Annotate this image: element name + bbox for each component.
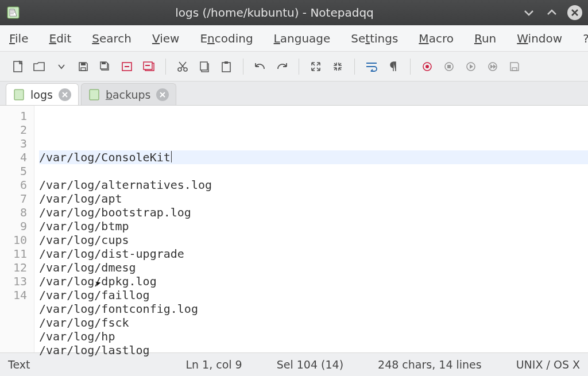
save-button[interactable] [74, 57, 93, 76]
editor[interactable]: 1234567891011121314 ➤ /var/log/ConsoleKi… [0, 106, 588, 352]
svg-rect-23 [14, 90, 24, 100]
new-file-button[interactable] [8, 57, 28, 76]
code-line[interactable]: /var/log/btmp [39, 219, 129, 233]
svg-rect-14 [222, 63, 230, 72]
toolbar-separator [410, 59, 411, 75]
open-dropdown-button[interactable] [52, 57, 71, 76]
svg-point-17 [425, 65, 429, 68]
app-icon [6, 5, 21, 20]
maximize-button[interactable] [544, 5, 559, 20]
code-line[interactable]: /var/log/ConsoleKit [39, 150, 588, 164]
close-tab-button[interactable] [117, 57, 137, 76]
window-title: logs (/home/kubuntu) - Notepadqq [28, 6, 521, 20]
toolbar-separator [243, 59, 243, 75]
toolbar-separator [299, 59, 299, 75]
code-line[interactable]: /var/log/dist-upgrade [39, 247, 184, 261]
record-macro-button[interactable] [417, 57, 437, 76]
tab-label: backups [106, 88, 151, 101]
paste-button[interactable] [216, 57, 236, 76]
svg-rect-15 [225, 61, 228, 64]
code-line[interactable]: /var/log/faillog [39, 288, 150, 302]
status-mode: Text [8, 358, 30, 371]
code-line[interactable]: /var/log/hp [39, 330, 115, 343]
tab-close-button[interactable] [59, 88, 71, 101]
play-macro-multi-button[interactable] [483, 57, 502, 76]
play-macro-button[interactable] [461, 57, 481, 76]
code-line[interactable]: /var/log/apt [39, 192, 122, 206]
save-macro-button[interactable] [505, 57, 524, 76]
code-line[interactable]: /var/log/lastlog [39, 343, 150, 357]
tab-close-button[interactable] [156, 88, 169, 101]
save-all-button[interactable] [95, 57, 115, 76]
svg-rect-3 [81, 63, 86, 65]
open-file-button[interactable] [30, 57, 49, 76]
titlebar: logs (/home/kubuntu) - Notepadqq [0, 0, 588, 25]
word-wrap-button[interactable] [362, 57, 381, 76]
code-line[interactable]: /var/log/fsck [39, 316, 129, 330]
toolbar-separator [165, 59, 166, 75]
menu-search[interactable]: Search [88, 29, 135, 48]
minimize-button[interactable] [521, 5, 536, 20]
zoom-in-button[interactable] [306, 57, 326, 76]
menubar: File Edit Search View Encoding Language … [0, 25, 588, 52]
close-button[interactable] [567, 5, 582, 20]
code-line[interactable]: /var/log/dmesg [39, 261, 136, 274]
menu-language[interactable]: Language [270, 29, 334, 48]
undo-button[interactable] [250, 57, 270, 76]
tabbar: logs backups [0, 82, 588, 106]
toolbar [0, 52, 588, 82]
code-area[interactable]: ➤ /var/log/ConsoleKit /var/log/alternati… [34, 106, 588, 352]
tab-logs[interactable]: logs [6, 83, 79, 105]
redo-button[interactable] [272, 57, 292, 76]
svg-rect-24 [90, 90, 99, 100]
copy-button[interactable] [195, 57, 214, 76]
svg-rect-19 [447, 65, 451, 68]
code-line[interactable]: /var/log/bootstrap.log [39, 206, 191, 219]
svg-rect-9 [145, 65, 150, 66]
code-line[interactable]: /var/log/alternatives.log [39, 178, 212, 192]
status-selection: Sel 104 (14) [277, 358, 343, 371]
svg-rect-13 [200, 62, 207, 70]
zoom-out-button[interactable] [328, 57, 347, 76]
menu-settings[interactable]: Settings [347, 29, 401, 48]
svg-rect-6 [125, 66, 129, 67]
menu-help[interactable]: ? [579, 29, 588, 48]
show-symbols-button[interactable] [384, 57, 403, 76]
menu-macro[interactable]: Macro [415, 29, 457, 48]
code-line[interactable]: /var/log/cups [39, 233, 129, 247]
menu-edit[interactable]: Edit [45, 29, 75, 48]
stop-macro-button[interactable] [439, 57, 459, 76]
cut-button[interactable] [173, 57, 192, 76]
menu-window[interactable]: Window [513, 29, 566, 48]
status-position: Ln 1, col 9 [185, 358, 242, 371]
svg-rect-4 [102, 62, 106, 64]
menu-view[interactable]: View [149, 29, 183, 48]
tab-label: logs [30, 88, 53, 101]
status-chars: 248 chars, 14 lines [378, 358, 482, 371]
line-number-gutter: 1234567891011121314 [0, 106, 34, 352]
file-icon [13, 89, 25, 100]
menu-file[interactable]: File [6, 29, 32, 48]
code-line[interactable]: /var/log/fontconfig.log [39, 302, 198, 316]
file-icon [88, 89, 100, 100]
menu-run[interactable]: Run [471, 29, 500, 48]
toolbar-separator [354, 59, 355, 75]
close-all-button[interactable] [139, 57, 158, 76]
menu-encoding[interactable]: Encoding [196, 29, 256, 48]
window-controls [521, 5, 582, 20]
status-eol: UNIX / OS X [516, 358, 580, 371]
tab-backups[interactable]: backups [81, 83, 177, 105]
